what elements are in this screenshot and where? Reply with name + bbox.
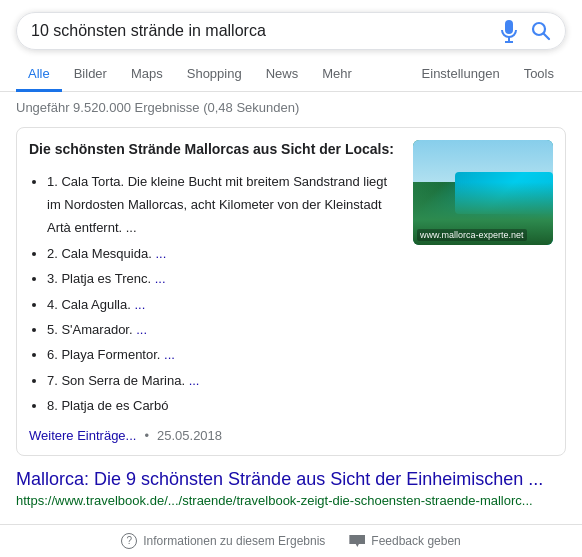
main-result-card: Die schönsten Strände Mallorcas aus Sich… [16, 127, 566, 456]
list-item: 3. Platja es Trenc. ... [47, 267, 401, 290]
search-input[interactable]: 10 schönsten strände in mallorca [31, 22, 499, 40]
image-credit: www.mallorca-experte.net [417, 229, 527, 241]
tab-news[interactable]: News [254, 58, 311, 92]
feedback-icon [349, 535, 365, 547]
list-item-link[interactable]: ... [155, 271, 166, 286]
info-label: Informationen zu diesem Ergebnis [143, 534, 325, 548]
tab-bilder[interactable]: Bilder [62, 58, 119, 92]
bottom-bar: ? Informationen zu diesem Ergebnis Feedb… [0, 524, 582, 557]
tab-mehr[interactable]: Mehr [310, 58, 364, 92]
feedback-label: Feedback geben [371, 534, 460, 548]
mic-icon[interactable] [499, 21, 519, 41]
results-info: Ungefähr 9.520.000 Ergebnisse (0,48 Seku… [0, 92, 582, 123]
list-item: 6. Playa Formentor. ... [47, 343, 401, 366]
search-box: 10 schönsten strände in mallorca [16, 12, 566, 50]
svg-line-5 [544, 34, 550, 40]
feedback-item[interactable]: Feedback geben [349, 534, 460, 548]
result-card-inner: Die schönsten Strände Mallorcas aus Sich… [29, 140, 553, 420]
list-item: 7. Son Serra de Marina. ... [47, 369, 401, 392]
search-bar-area: 10 schönsten strände in mallorca [0, 0, 582, 50]
tab-shopping[interactable]: Shopping [175, 58, 254, 92]
result-text-area: Die schönsten Strände Mallorcas aus Sich… [29, 140, 401, 420]
footer-dot: • [144, 428, 149, 443]
list-item-link[interactable]: ... [136, 322, 147, 337]
result-image-box: www.mallorca-experte.net [413, 140, 553, 420]
tab-tools[interactable]: Tools [512, 58, 566, 92]
tab-alle[interactable]: Alle [16, 58, 62, 92]
list-item-link[interactable]: ... [155, 246, 166, 261]
result-list: 1. Cala Torta. Die kleine Bucht mit brei… [29, 170, 401, 418]
second-result-card: Mallorca: Die 9 schönsten Strände aus Si… [16, 468, 566, 508]
footer-date: 25.05.2018 [157, 428, 222, 443]
svg-rect-0 [505, 20, 513, 34]
tab-einstellungen[interactable]: Einstellungen [410, 58, 512, 92]
further-entries-link[interactable]: Weitere Einträge... [29, 428, 136, 443]
result-image: www.mallorca-experte.net [413, 140, 553, 245]
list-item: 5. S'Amarador. ... [47, 318, 401, 341]
list-item-link[interactable]: ... [189, 373, 200, 388]
info-icon: ? [121, 533, 137, 549]
second-result-title[interactable]: Mallorca: Die 9 schönsten Strände aus Si… [16, 468, 566, 491]
list-item-link[interactable]: ... [164, 347, 175, 362]
list-item: 1. Cala Torta. Die kleine Bucht mit brei… [47, 170, 401, 240]
second-result-url: https://www.travelbook.de/.../straende/t… [16, 493, 566, 508]
tab-maps[interactable]: Maps [119, 58, 175, 92]
search-icons [499, 21, 551, 41]
list-item-link[interactable]: ... [134, 297, 145, 312]
list-item: 2. Cala Mesquida. ... [47, 242, 401, 265]
result-footer: Weitere Einträge... • 25.05.2018 [29, 428, 553, 443]
search-button[interactable] [531, 21, 551, 41]
info-item[interactable]: ? Informationen zu diesem Ergebnis [121, 533, 325, 549]
list-item: 8. Platja de es Carbó [47, 394, 401, 417]
result-card-title: Die schönsten Strände Mallorcas aus Sich… [29, 140, 401, 160]
nav-tabs: Alle Bilder Maps Shopping News Mehr Eins… [0, 50, 582, 92]
list-item: 4. Cala Agulla. ... [47, 293, 401, 316]
